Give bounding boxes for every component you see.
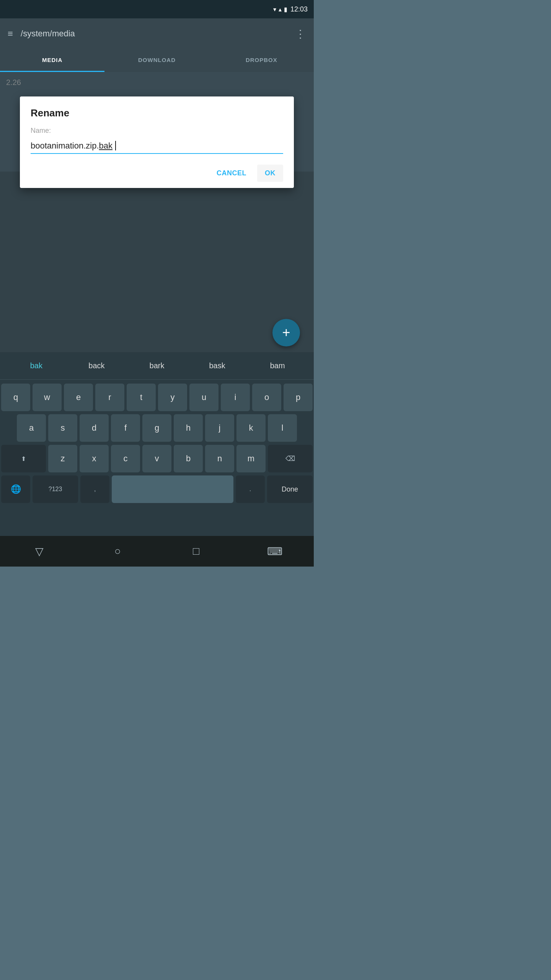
key-f[interactable]: f bbox=[111, 414, 140, 442]
autocomplete-bar: bak back bark bask bam bbox=[0, 352, 314, 380]
key-a[interactable]: a bbox=[17, 414, 46, 442]
home-nav-button[interactable]: ○ bbox=[106, 540, 129, 563]
nav-bar: ▽ ○ □ ⌨ bbox=[0, 536, 314, 567]
key-o[interactable]: o bbox=[252, 384, 281, 411]
back-nav-button[interactable]: ▽ bbox=[28, 540, 51, 563]
autocomplete-bask[interactable]: bask bbox=[187, 358, 248, 373]
key-v[interactable]: v bbox=[142, 445, 171, 472]
app-bar: ≡ /system/media ⋮ bbox=[0, 18, 314, 49]
cursor-caret bbox=[113, 141, 116, 150]
backspace-key[interactable]: ⌫ bbox=[268, 445, 313, 472]
key-w[interactable]: w bbox=[33, 384, 62, 411]
fab-add-button[interactable]: + bbox=[272, 319, 300, 346]
cancel-button[interactable]: CANCEL bbox=[209, 165, 254, 182]
recents-nav-button[interactable]: □ bbox=[185, 540, 208, 563]
dialog-input-display[interactable]: bootanimation.zip.bak bbox=[31, 139, 283, 154]
key-l[interactable]: l bbox=[268, 414, 297, 442]
key-c[interactable]: c bbox=[111, 445, 140, 472]
key-i[interactable]: i bbox=[221, 384, 250, 411]
key-n[interactable]: n bbox=[205, 445, 234, 472]
done-key[interactable]: Done bbox=[267, 475, 313, 503]
dialog-actions: CANCEL OK bbox=[31, 165, 283, 182]
key-m[interactable]: m bbox=[236, 445, 266, 472]
status-bar: ▾ ▴ ▮ 12:03 bbox=[0, 0, 314, 18]
key-k[interactable]: k bbox=[236, 414, 266, 442]
keyboard: bak back bark bask bam q w e r t y u i o… bbox=[0, 352, 314, 567]
signal-icon: ▴ bbox=[279, 6, 282, 13]
key-u[interactable]: u bbox=[189, 384, 218, 411]
key-z[interactable]: z bbox=[48, 445, 77, 472]
key-d[interactable]: d bbox=[80, 414, 109, 442]
keyboard-nav-button[interactable]: ⌨ bbox=[263, 540, 286, 563]
key-q[interactable]: q bbox=[1, 384, 30, 411]
key-t[interactable]: t bbox=[127, 384, 156, 411]
status-icons: ▾ ▴ ▮ bbox=[273, 6, 287, 13]
input-prefix: bootanimation.zip. bbox=[31, 141, 99, 150]
tab-media[interactable]: MEDIA bbox=[0, 49, 104, 72]
status-time: 12:03 bbox=[290, 5, 308, 13]
comma-key[interactable]: , bbox=[80, 475, 109, 503]
app-bar-title: /system/media bbox=[21, 29, 287, 39]
hamburger-icon[interactable]: ≡ bbox=[8, 28, 13, 39]
key-x[interactable]: x bbox=[80, 445, 109, 472]
space-key[interactable] bbox=[112, 475, 233, 503]
key-row-1: q w e r t y u i o p bbox=[0, 383, 314, 412]
key-s[interactable]: s bbox=[48, 414, 77, 442]
key-e[interactable]: e bbox=[64, 384, 93, 411]
input-underline: bak bbox=[99, 141, 112, 150]
key-y[interactable]: y bbox=[158, 384, 187, 411]
tab-dropbox[interactable]: DROPBOX bbox=[209, 49, 314, 72]
key-p[interactable]: p bbox=[284, 384, 313, 411]
key-h[interactable]: h bbox=[174, 414, 203, 442]
autocomplete-bam[interactable]: bam bbox=[247, 358, 308, 373]
autocomplete-back[interactable]: back bbox=[67, 358, 127, 373]
key-b[interactable]: b bbox=[174, 445, 203, 472]
overflow-menu-icon[interactable]: ⋮ bbox=[295, 28, 306, 40]
ok-button[interactable]: OK bbox=[257, 165, 283, 182]
key-row-4: 🌐 ?123 , . Done bbox=[0, 475, 314, 504]
key-r[interactable]: r bbox=[95, 384, 124, 411]
numbers-key[interactable]: ?123 bbox=[33, 475, 78, 503]
key-j[interactable]: j bbox=[205, 414, 234, 442]
battery-icon: ▮ bbox=[284, 6, 287, 13]
wifi-icon: ▾ bbox=[273, 6, 276, 13]
key-rows: q w e r t y u i o p a s d f g h j k l ⬆ … bbox=[0, 380, 314, 508]
key-row-2: a s d f g h j k l bbox=[0, 413, 314, 443]
rename-dialog: Rename Name: bootanimation.zip.bak CANCE… bbox=[20, 96, 294, 188]
period-key[interactable]: . bbox=[236, 475, 265, 503]
tab-bar: MEDIA DOWNLOAD DROPBOX bbox=[0, 49, 314, 72]
dialog-title: Rename bbox=[31, 107, 283, 119]
autocomplete-bark[interactable]: bark bbox=[127, 358, 187, 373]
emoji-key[interactable]: 🌐 bbox=[1, 475, 30, 503]
key-row-3: ⬆ z x c v b n m ⌫ bbox=[0, 444, 314, 473]
key-g[interactable]: g bbox=[142, 414, 171, 442]
tab-download[interactable]: DOWNLOAD bbox=[104, 49, 209, 72]
shift-key[interactable]: ⬆ bbox=[1, 445, 46, 472]
dialog-label: Name: bbox=[31, 127, 283, 135]
autocomplete-bak[interactable]: bak bbox=[6, 358, 67, 373]
